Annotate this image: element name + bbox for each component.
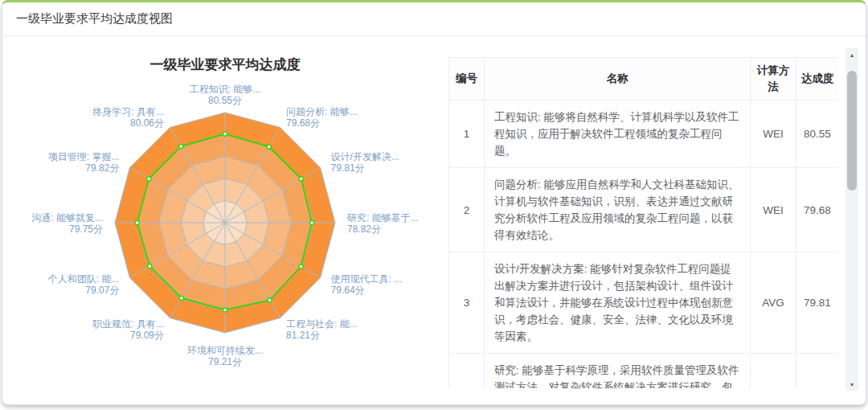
scroll-up-icon: ▲	[850, 52, 855, 58]
table-row: 1工程知识: 能够将自然科学、计算机科学以及软件工程知识，应用于解决软件工程领域…	[449, 100, 839, 168]
cell-score: 79.81	[796, 252, 839, 354]
radar-data-point	[299, 177, 303, 181]
radar-axis-label: 个人和团队: 能...79.07分	[47, 273, 120, 296]
radar-axis-label: 职业规范: 具有...79.09分	[92, 318, 164, 341]
cell-number: 3	[449, 252, 485, 354]
scrollbar-track[interactable]	[845, 61, 858, 378]
requirements-table-scroll-area[interactable]: 编号 名称 计算方法 达成度 1工程知识: 能够将自然科学、计算机科学以及软件工…	[448, 57, 838, 388]
cell-score: 78.82	[796, 354, 839, 389]
radar-data-point	[267, 145, 271, 149]
radar-data-point	[148, 264, 152, 269]
col-header-score: 达成度	[796, 58, 839, 100]
radar-data-point	[309, 220, 313, 224]
radar-axis-label: 问题分析: 能够...79.68分	[286, 106, 358, 129]
radar-axis-label: 工程与社会: 能...81.21分	[286, 318, 358, 341]
radar-data-point	[179, 296, 183, 300]
radar-axis-label: 使用现代工具: ...79.64分	[331, 273, 403, 296]
radar-chart-panel: 一级毕业要求平均达成度 工程知识: 能够...80.55分问题分析: 能够...…	[2, 36, 436, 404]
cell-number: 2	[449, 168, 485, 252]
radar-data-point	[179, 144, 183, 148]
cell-method: MIN	[751, 354, 796, 389]
radar-axis-label: 工程知识: 能够...80.55分	[190, 84, 261, 106]
cell-number: 1	[449, 100, 485, 168]
radar-data-point	[223, 132, 227, 136]
cell-method: WEI	[751, 100, 796, 168]
table-header-row: 编号 名称 计算方法 达成度	[449, 58, 839, 100]
content-area: 一级毕业要求平均达成度 工程知识: 能够...80.55分问题分析: 能够...…	[2, 36, 866, 404]
cell-method: AVG	[751, 252, 796, 354]
table-row: 4研究: 能够基于科学原理，采用软件质量管理及软件测试方法，对复杂软件系统解决方…	[449, 354, 839, 389]
dashboard-card: 一级毕业要求平均达成度视图 一级毕业要求平均达成度 工程知识: 能够...80.…	[2, 0, 866, 405]
col-header-name: 名称	[485, 58, 751, 100]
radar-data-point	[268, 298, 272, 302]
table-scrollbar[interactable]: ▲ ▼	[845, 48, 858, 391]
col-header-method: 计算方法	[751, 58, 796, 100]
radar-data-point	[135, 220, 139, 224]
cell-number: 4	[449, 354, 485, 389]
radar-data-point	[147, 177, 151, 181]
radar-data-point	[223, 308, 227, 312]
scrollbar-thumb[interactable]	[847, 71, 857, 191]
table-row: 2问题分析: 能够应用自然科学和人文社科基础知识、计算机与软件基础知识，识别、表…	[449, 168, 839, 252]
radar-axis-label: 终身学习: 具有...80.06分	[92, 106, 164, 129]
table-row: 3设计/开发解决方案: 能够针对复杂软件工程问题提出解决方案并进行设计，包括架构…	[449, 252, 839, 354]
cell-name: 工程知识: 能够将自然科学、计算机科学以及软件工程知识，应用于解决软件工程领域的…	[485, 100, 751, 168]
radar-data-point	[299, 264, 303, 269]
radar-chart[interactable]: 工程知识: 能够...80.55分问题分析: 能够...79.68分设计/开发解…	[2, 36, 436, 404]
cell-score: 80.55	[796, 100, 839, 168]
radar-axis-label: 沟通: 能够就复...79.75分	[31, 212, 103, 235]
page-title: 一级毕业要求平均达成度视图	[16, 11, 173, 27]
requirements-table-panel: 编号 名称 计算方法 达成度 1工程知识: 能够将自然科学、计算机科学以及软件工…	[436, 36, 866, 404]
cell-method: WEI	[751, 168, 796, 252]
col-header-number: 编号	[449, 58, 485, 100]
radar-axis-label: 项目管理: 掌握...79.82分	[48, 151, 120, 174]
cell-name: 研究: 能够基于科学原理，采用软件质量管理及软件测试方法，对复杂软件系统解决方案…	[485, 354, 751, 389]
scroll-up-button[interactable]: ▲	[845, 48, 858, 61]
cell-name: 问题分析: 能够应用自然科学和人文社科基础知识、计算机与软件基础知识，识别、表达…	[485, 168, 751, 252]
radar-axis-label: 研究: 能够基于...78.82分	[347, 212, 419, 235]
cell-name: 设计/开发解决方案: 能够针对复杂软件工程问题提出解决方案并进行设计，包括架构设…	[485, 252, 751, 354]
scroll-down-icon: ▼	[850, 382, 855, 387]
cell-score: 79.68	[796, 168, 839, 252]
radar-axis-label: 环境和可持续发...79.21分	[186, 345, 263, 367]
card-header: 一级毕业要求平均达成度视图	[2, 2, 866, 36]
requirements-table: 编号 名称 计算方法 达成度 1工程知识: 能够将自然科学、计算机科学以及软件工…	[448, 57, 838, 388]
radar-axis-label: 设计/开发解决...79.81分	[331, 151, 399, 174]
scroll-down-button[interactable]: ▼	[845, 378, 858, 391]
